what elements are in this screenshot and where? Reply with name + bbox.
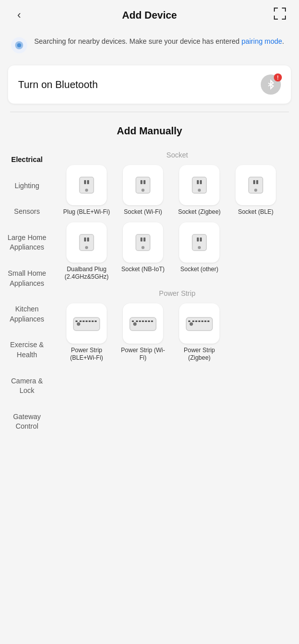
pairing-mode-link[interactable]: pairing mode: [242, 37, 282, 45]
device-label-dualband-plug: Dualband Plug (2.4GHz&5GHz): [61, 266, 112, 281]
svg-rect-35: [143, 237, 145, 242]
device-socket-zigbee[interactable]: Socket (Zigbee): [174, 165, 225, 216]
device-label-socket-other: Socket (other): [180, 266, 218, 274]
svg-rect-15: [87, 180, 89, 184]
search-notice-text: Searching for nearby devices. Make sure …: [34, 36, 284, 47]
svg-rect-18: [140, 180, 142, 184]
device-icon-strip-wifi: [123, 303, 163, 344]
bluetooth-alert-badge: !: [274, 73, 282, 82]
searching-icon: [10, 36, 28, 54]
device-icon-socket-nbiot: [123, 222, 163, 263]
svg-rect-30: [84, 237, 86, 242]
svg-point-28: [254, 189, 257, 192]
svg-rect-49: [95, 320, 97, 322]
sidebar-item-sensors[interactable]: Sensors: [0, 199, 55, 225]
svg-rect-47: [89, 320, 91, 322]
device-plug-ble-wifi[interactable]: Plug (BLE+Wi-Fi): [61, 165, 112, 216]
svg-rect-54: [139, 320, 141, 322]
sidebar-item-electrical[interactable]: Electrical: [0, 147, 55, 173]
page-title: Add Device: [122, 10, 177, 21]
sidebar-item-large-home[interactable]: Large Home Appliances: [0, 225, 55, 261]
svg-rect-61: [188, 320, 190, 322]
svg-rect-56: [145, 320, 147, 322]
sidebar-item-gateway[interactable]: Gateway Control: [0, 404, 55, 440]
sidebar-item-small-home[interactable]: Small Home Appliances: [0, 261, 55, 296]
svg-rect-43: [76, 320, 78, 322]
svg-point-16: [85, 189, 88, 192]
svg-rect-1: [274, 8, 275, 12]
header: ‹ Add Device: [0, 0, 299, 30]
svg-point-51: [133, 323, 136, 326]
device-icon-dualband-plug: [66, 222, 107, 263]
sidebar: Electrical Lighting Sensors Large Home A…: [0, 147, 55, 440]
power-strip-section-label: Power Strip: [61, 289, 293, 297]
device-strip-zigbee[interactable]: Power Strip (Zigbee): [174, 303, 225, 362]
device-label-plug-ble-wifi: Plug (BLE+Wi-Fi): [63, 208, 110, 216]
svg-rect-5: [274, 16, 275, 20]
svg-rect-23: [200, 180, 202, 184]
svg-rect-63: [195, 320, 197, 322]
svg-rect-39: [200, 237, 202, 242]
svg-rect-34: [140, 237, 142, 242]
svg-rect-48: [92, 320, 94, 322]
device-label-socket-nbiot: Socket (NB-IoT): [121, 266, 165, 274]
svg-point-40: [198, 246, 201, 249]
svg-rect-45: [83, 320, 85, 322]
device-socket-nbiot[interactable]: Socket (NB-IoT): [118, 222, 168, 281]
svg-rect-62: [192, 320, 194, 322]
content-area: Socket Plug (BLE+Wi-Fi): [55, 147, 299, 440]
socket-grid: Plug (BLE+Wi-Fi) Socket (Wi-Fi): [61, 165, 293, 281]
svg-point-32: [85, 246, 88, 249]
svg-rect-52: [132, 320, 134, 322]
back-button[interactable]: ‹: [10, 9, 28, 22]
svg-rect-67: [207, 320, 209, 322]
sidebar-item-exercise[interactable]: Exercise & Health: [0, 332, 55, 368]
device-label-socket-zigbee: Socket (Zigbee): [178, 208, 221, 216]
svg-rect-3: [285, 8, 286, 12]
device-strip-wifi[interactable]: Power Strip (Wi-Fi): [118, 303, 168, 362]
device-socket-other[interactable]: Socket (other): [174, 222, 225, 281]
scan-button[interactable]: [271, 7, 289, 24]
sidebar-item-kitchen[interactable]: Kitchen Appliances: [0, 296, 55, 332]
device-icon-socket-zigbee: [179, 165, 219, 205]
sidebar-item-camera[interactable]: Camera & Lock: [0, 368, 55, 404]
svg-point-42: [77, 323, 80, 326]
device-label-strip-ble-wifi: Power Strip (BLE+Wi-Fi): [61, 347, 112, 362]
svg-rect-57: [148, 320, 150, 322]
device-label-strip-zigbee: Power Strip (Zigbee): [174, 347, 225, 362]
svg-rect-65: [201, 320, 203, 322]
device-label-socket-ble: Socket (BLE): [238, 208, 274, 216]
main-layout: Electrical Lighting Sensors Large Home A…: [0, 147, 299, 440]
svg-rect-64: [198, 320, 200, 322]
device-icon-socket-ble: [236, 165, 276, 205]
device-strip-ble-wifi[interactable]: Power Strip (BLE+Wi-Fi): [61, 303, 112, 362]
device-icon-socket-wifi: [123, 165, 163, 205]
svg-rect-58: [151, 320, 153, 322]
bluetooth-banner[interactable]: Turn on Bluetooth !: [8, 65, 291, 104]
device-label-socket-wifi: Socket (Wi-Fi): [124, 208, 162, 216]
svg-rect-31: [87, 237, 89, 242]
search-notice: Searching for nearby devices. Make sure …: [0, 30, 299, 60]
power-strip-grid: Power Strip (BLE+Wi-Fi): [61, 303, 293, 362]
socket-section-label: Socket: [61, 151, 293, 159]
section-divider: [10, 112, 289, 112]
svg-rect-55: [142, 320, 144, 322]
device-label-strip-wifi: Power Strip (Wi-Fi): [118, 347, 168, 362]
device-socket-ble[interactable]: Socket (BLE): [231, 165, 281, 216]
svg-point-20: [141, 189, 144, 192]
device-icon-strip-zigbee: [179, 303, 219, 344]
svg-rect-46: [86, 320, 88, 322]
svg-rect-66: [204, 320, 206, 322]
svg-point-36: [141, 246, 144, 249]
device-icon-strip-ble-wifi: [66, 303, 107, 344]
svg-point-60: [190, 323, 193, 326]
sidebar-item-lighting[interactable]: Lighting: [0, 173, 55, 199]
svg-point-10: [17, 43, 21, 47]
device-dualband-plug[interactable]: Dualband Plug (2.4GHz&5GHz): [61, 222, 112, 281]
device-icon-plug-ble-wifi: [66, 165, 107, 205]
svg-rect-22: [197, 180, 199, 184]
svg-rect-19: [143, 180, 145, 184]
device-icon-socket-other: [179, 222, 219, 263]
svg-rect-27: [256, 180, 258, 184]
device-socket-wifi[interactable]: Socket (Wi-Fi): [118, 165, 168, 216]
